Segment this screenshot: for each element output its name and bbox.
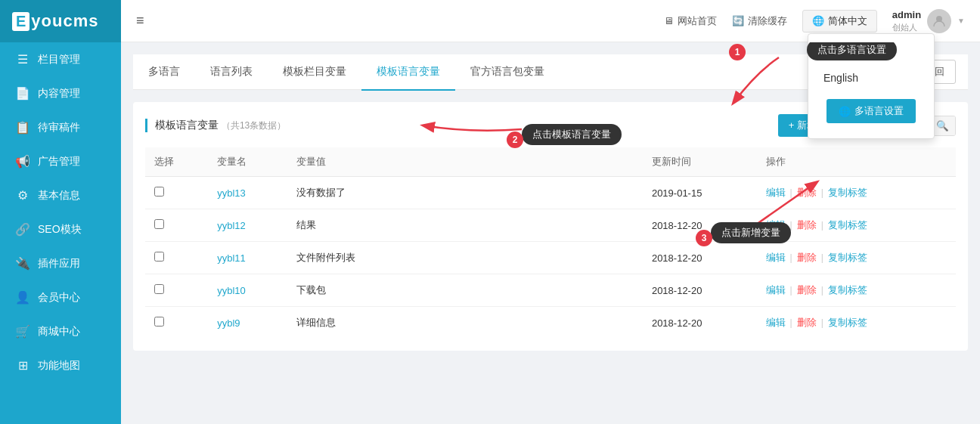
dropdown-divider: 🌐 多语言设置 <box>808 90 934 132</box>
edit-link-0[interactable]: 编辑 <box>766 186 786 200</box>
col-actions: 操作 <box>757 147 956 177</box>
action-links-2: 编辑 | 删除 | 复制标签 <box>766 251 947 265</box>
tab-tpl-vars[interactable]: 模板栏目变量 <box>268 54 361 91</box>
members-icon: 👤 <box>15 290 30 305</box>
sidebar-item-members[interactable]: 👤 会员中心 <box>0 280 121 314</box>
lang-option-zh[interactable]: 简体中文 <box>808 40 934 66</box>
edit-link-3[interactable]: 编辑 <box>766 283 786 297</box>
sidebar-item-plugins[interactable]: 🔌 插件应用 <box>0 246 121 280</box>
sitemap-icon: ⊞ <box>15 358 30 373</box>
table-row: yybl11 文件附件列表 2018-12-20 编辑 | 删除 | 复制标签 <box>145 242 956 274</box>
website-home-button[interactable]: 🖥 网站首页 <box>664 14 717 28</box>
delete-link-2[interactable]: 删除 <box>797 251 817 265</box>
copy-link-0[interactable]: 复制标签 <box>828 186 867 200</box>
row-checkbox-3[interactable] <box>154 284 164 294</box>
action-links-1: 编辑 | 删除 | 复制标签 <box>766 218 947 232</box>
admin-area[interactable]: admin 创始人 ▼ <box>892 9 965 33</box>
tab-tpl-lang-vars[interactable]: 模板语言变量 <box>361 54 455 91</box>
sidebar-item-pending[interactable]: 📋 待审稿件 <box>0 110 121 144</box>
var-value-4: 详细信息 <box>287 307 416 339</box>
pending-icon: 📋 <box>15 120 30 135</box>
sidebar-item-ads-label: 广告管理 <box>38 155 80 169</box>
tabs-list: 多语言 语言列表 模板栏目变量 模板语言变量 官方语言包变量 <box>133 54 905 89</box>
ads-icon: 📢 <box>15 154 30 169</box>
sidebar-item-columns[interactable]: ☰ 栏目管理 <box>0 42 121 76</box>
table-title: 模板语言变量 （共13条数据） <box>145 119 286 132</box>
sidebar-item-basic-label: 基本信息 <box>38 189 80 203</box>
logo-e: E <box>12 12 29 31</box>
row-checkbox-0[interactable] <box>154 187 164 197</box>
sidebar-menu: ☰ 栏目管理 📄 内容管理 📋 待审稿件 📢 广告管理 ⚙ 基本信息 🔗 SEO… <box>0 42 121 424</box>
sidebar-item-shop[interactable]: 🛒 商城中心 <box>0 314 121 348</box>
menu-toggle-button[interactable]: ≡ <box>136 13 144 29</box>
sidebar-item-ads[interactable]: 📢 广告管理 <box>0 144 121 178</box>
edit-link-4[interactable]: 编辑 <box>766 316 786 330</box>
language-selector-button[interactable]: 🌐 简体中文 <box>802 10 877 32</box>
lang-option-en[interactable]: English <box>808 66 934 90</box>
var-name-link-1[interactable]: yybl12 <box>217 220 246 231</box>
clear-cache-label: 清除缓存 <box>748 14 787 28</box>
shop-icon: 🛒 <box>15 324 30 339</box>
copy-link-2[interactable]: 复制标签 <box>828 251 867 265</box>
col-check: 选择 <box>145 147 208 177</box>
sidebar-item-basic[interactable]: ⚙ 基本信息 <box>0 178 121 212</box>
delete-link-1[interactable]: 删除 <box>797 218 817 232</box>
var-value-2: 文件附件列表 <box>287 242 416 274</box>
tab-langlist[interactable]: 语言列表 <box>195 54 268 91</box>
delete-link-4[interactable]: 删除 <box>797 316 817 330</box>
topbar: ≡ 🖥 网站首页 🔄 清除缓存 🌐 简体中文 admin 创始人 <box>121 0 980 42</box>
data-table: 选择 变量名 变量值 更新时间 操作 yybl13 没有数据了 2019-01-… <box>145 147 956 339</box>
copy-link-4[interactable]: 复制标签 <box>828 316 867 330</box>
var-name-link-2[interactable]: yybl11 <box>217 252 246 264</box>
action-links-4: 编辑 | 删除 | 复制标签 <box>766 316 947 330</box>
globe-icon: 🌐 <box>812 15 824 26</box>
plugins-icon: 🔌 <box>15 256 30 271</box>
admin-name: admin <box>892 9 921 22</box>
main-area: ≡ 🖥 网站首页 🔄 清除缓存 🌐 简体中文 admin 创始人 <box>121 0 980 424</box>
var-name-link-4[interactable]: yybl9 <box>217 317 240 329</box>
avatar <box>927 9 951 33</box>
table-row: yybl12 结果 2018-12-20 编辑 | 删除 | 复制标签 <box>145 209 956 242</box>
edit-link-1[interactable]: 编辑 <box>766 218 786 232</box>
copy-link-1[interactable]: 复制标签 <box>828 218 867 232</box>
topbar-right: 🖥 网站首页 🔄 清除缓存 🌐 简体中文 admin 创始人 ▼ <box>664 9 965 33</box>
delete-link-3[interactable]: 删除 <box>797 283 817 297</box>
globe-small-icon: 🌐 <box>839 106 851 117</box>
var-date-0: 2019-01-15 <box>643 177 757 209</box>
clear-cache-button[interactable]: 🔄 清除缓存 <box>732 14 787 28</box>
row-checkbox-2[interactable] <box>154 252 164 262</box>
var-name-link-3[interactable]: yybl10 <box>217 285 246 296</box>
sidebar-item-shop-label: 商城中心 <box>38 325 80 339</box>
tab-multilang[interactable]: 多语言 <box>133 54 195 91</box>
basic-icon: ⚙ <box>15 188 30 203</box>
col-empty <box>416 147 643 177</box>
multilang-settings-button[interactable]: 🌐 多语言设置 <box>826 99 916 123</box>
tab-official-lang-vars[interactable]: 官方语言包变量 <box>455 54 560 91</box>
sidebar-item-sitemap[interactable]: ⊞ 功能地图 <box>0 348 121 382</box>
logo-area: E youcms <box>0 0 121 42</box>
sidebar-item-seo[interactable]: 🔗 SEO模块 <box>0 212 121 246</box>
action-links-3: 编辑 | 删除 | 复制标签 <box>766 283 947 297</box>
sidebar-item-seo-label: SEO模块 <box>38 223 82 237</box>
chevron-down-icon: ▼ <box>957 17 965 25</box>
language-dropdown: 简体中文 English 🌐 多语言设置 <box>808 33 935 139</box>
sidebar-item-columns-label: 栏目管理 <box>38 53 80 67</box>
edit-link-2[interactable]: 编辑 <box>766 251 786 265</box>
delete-link-0[interactable]: 删除 <box>797 186 817 200</box>
logo-text: youcms <box>31 11 98 31</box>
var-date-2: 2018-12-20 <box>643 242 757 274</box>
var-name-link-0[interactable]: yybl13 <box>217 187 246 199</box>
website-home-label: 网站首页 <box>678 14 717 28</box>
var-value-3: 下载包 <box>287 274 416 307</box>
table-row: yybl9 详细信息 2018-12-20 编辑 | 删除 | 复制标签 <box>145 307 956 339</box>
sidebar-item-pending-label: 待审稿件 <box>38 121 80 135</box>
refresh-icon: 🔄 <box>732 15 744 26</box>
sidebar-item-content[interactable]: 📄 内容管理 <box>0 76 121 110</box>
var-value-1: 结果 <box>287 209 416 242</box>
col-varname: 变量名 <box>208 147 287 177</box>
row-checkbox-1[interactable] <box>154 219 164 229</box>
copy-link-3[interactable]: 复制标签 <box>828 283 867 297</box>
var-value-0: 没有数据了 <box>287 177 416 209</box>
row-checkbox-4[interactable] <box>154 317 164 327</box>
sidebar-item-members-label: 会员中心 <box>38 291 80 305</box>
